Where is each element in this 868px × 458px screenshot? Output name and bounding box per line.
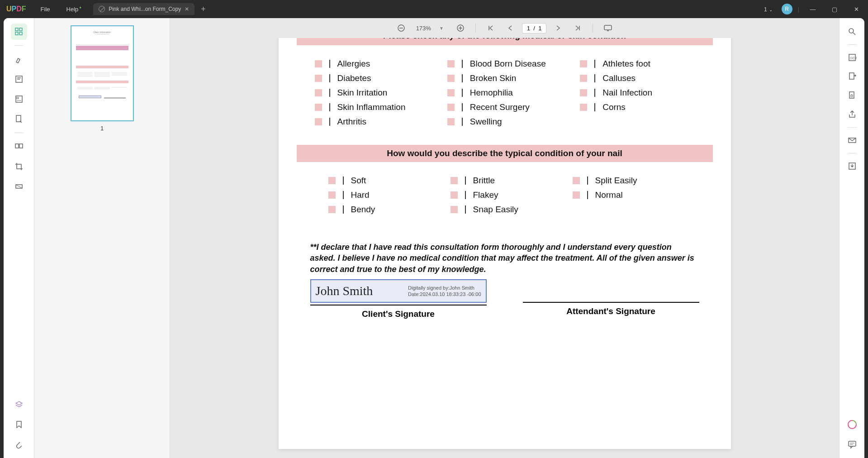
close-button[interactable]: ✕ xyxy=(848,2,864,16)
right-toolbar: OCR xyxy=(839,18,864,458)
prev-page-button[interactable] xyxy=(503,21,517,35)
menu-file[interactable]: File xyxy=(33,6,58,13)
checkbox[interactable] xyxy=(447,104,455,111)
checkbox[interactable] xyxy=(315,104,322,111)
ocr-icon[interactable]: OCR xyxy=(844,49,860,66)
checkbox-label: Swelling xyxy=(470,117,502,127)
checkbox[interactable] xyxy=(447,118,455,125)
attendant-signature-label: Attendant's Signature xyxy=(523,306,699,316)
checkbox[interactable] xyxy=(451,206,458,213)
presentation-icon[interactable] xyxy=(601,21,615,35)
user-avatar[interactable]: R xyxy=(782,4,792,14)
thumbnails-icon[interactable] xyxy=(11,24,27,40)
checkbox-row: Athletes foot xyxy=(580,59,694,69)
checkbox-row: Swelling xyxy=(447,117,562,127)
checkbox-label: Calluses xyxy=(602,73,636,83)
checkbox[interactable] xyxy=(315,75,322,82)
checkbox[interactable] xyxy=(573,191,580,199)
checkbox-row: Bendy xyxy=(328,205,437,215)
maximize-button[interactable]: ▢ xyxy=(826,2,843,16)
minimize-button[interactable]: — xyxy=(805,2,821,16)
checkbox-row: Corns xyxy=(580,102,694,112)
layers-icon[interactable] xyxy=(11,396,27,413)
export-icon[interactable] xyxy=(844,68,860,85)
checkbox-label: Split Easily xyxy=(595,176,637,186)
checkbox[interactable] xyxy=(328,191,336,199)
save-icon[interactable] xyxy=(844,158,860,174)
ai-icon[interactable] xyxy=(844,416,860,433)
svg-rect-5 xyxy=(16,96,22,102)
checkbox-row: Flakey xyxy=(451,190,559,200)
checkbox-label: Hard xyxy=(351,190,370,200)
checkbox-row: Hemophilia xyxy=(447,88,562,98)
tab-close-icon[interactable]: ✕ xyxy=(185,6,189,12)
checkbox[interactable] xyxy=(451,177,458,184)
form-icon[interactable] xyxy=(11,91,27,107)
checkbox[interactable] xyxy=(573,177,580,184)
new-tab-button[interactable]: + xyxy=(194,5,212,14)
checkbox-label: Broken Skin xyxy=(470,73,516,83)
organize-icon[interactable] xyxy=(11,138,27,155)
svg-point-14 xyxy=(849,29,854,33)
svg-text:OCR: OCR xyxy=(850,57,857,60)
bookmark-icon[interactable] xyxy=(11,416,27,433)
signature-name: John Smith xyxy=(316,284,373,298)
checkbox-label: Recent Surgery xyxy=(470,102,530,112)
checkbox-label: Snap Easily xyxy=(473,205,518,215)
page-edit-icon[interactable] xyxy=(11,111,27,127)
first-page-button[interactable] xyxy=(484,21,498,35)
next-page-button[interactable] xyxy=(552,21,565,35)
checkbox[interactable] xyxy=(580,60,587,67)
checkbox[interactable] xyxy=(580,75,587,82)
menu-help[interactable]: Help● xyxy=(58,6,89,13)
signature-metadata: Digitally signed by:John Smith Date:2024… xyxy=(408,285,481,298)
checkbox[interactable] xyxy=(315,89,322,96)
checkbox[interactable] xyxy=(328,206,336,213)
crop-icon[interactable] xyxy=(11,158,27,175)
checkbox-row: Blood Born Disease xyxy=(447,59,562,69)
thumbnail-page-number: 1 xyxy=(42,125,162,132)
email-icon[interactable] xyxy=(844,132,860,148)
share-icon[interactable] xyxy=(844,106,860,123)
zoom-dropdown-icon[interactable]: ▼ xyxy=(439,26,448,31)
edit-text-icon[interactable] xyxy=(11,71,27,87)
checkbox-row: Normal xyxy=(573,190,681,200)
checkbox-label: Nail Infection xyxy=(602,88,652,98)
checkbox[interactable] xyxy=(447,75,455,82)
tab-title: Pink and Whi...on Form_Copy xyxy=(109,6,181,12)
checkbox[interactable] xyxy=(451,191,458,199)
window-count[interactable]: 1 ⌄ xyxy=(764,6,776,13)
checkbox-label: Flakey xyxy=(473,190,498,200)
checkbox[interactable] xyxy=(447,89,455,96)
checkbox-row: Skin Irritation xyxy=(315,88,429,98)
checkbox[interactable] xyxy=(580,104,587,111)
svg-rect-2 xyxy=(15,32,18,35)
checkbox[interactable] xyxy=(328,177,336,184)
checkbox[interactable] xyxy=(447,60,455,67)
checkbox[interactable] xyxy=(315,60,322,67)
tab-doc-icon xyxy=(99,6,105,12)
checkbox-label: Arthritis xyxy=(337,117,366,127)
nail-condition-grid: SoftHardBendy BrittleFlakeySnap Easily S… xyxy=(297,162,713,233)
comment-icon[interactable] xyxy=(844,436,860,453)
document-tab[interactable]: Pink and Whi...on Form_Copy ✕ xyxy=(93,3,194,15)
svg-rect-0 xyxy=(15,28,18,31)
protect-icon[interactable] xyxy=(844,87,860,104)
svg-rect-8 xyxy=(15,144,19,148)
client-signature-field[interactable]: John Smith Digitally signed by:John Smit… xyxy=(310,279,487,303)
page-indicator[interactable]: 1 / 1 xyxy=(522,23,547,33)
last-page-button[interactable] xyxy=(571,21,584,35)
redact-icon[interactable] xyxy=(11,178,27,195)
attachment-icon[interactable] xyxy=(11,436,27,453)
search-icon[interactable] xyxy=(844,24,860,40)
zoom-in-button[interactable] xyxy=(454,21,467,35)
checkbox[interactable] xyxy=(580,89,587,96)
page-thumbnail[interactable]: Client Information MANICURE & PEDICURE S… xyxy=(71,25,134,121)
checkbox-label: Blood Born Disease xyxy=(470,59,546,69)
highlighter-icon[interactable] xyxy=(11,51,27,67)
title-bar: UPDF File Help● Pink and Whi...on Form_C… xyxy=(0,0,868,18)
zoom-out-button[interactable] xyxy=(394,21,408,35)
checkbox-label: Bendy xyxy=(351,205,375,215)
checkbox-row: Nail Infection xyxy=(580,88,694,98)
checkbox[interactable] xyxy=(315,118,322,125)
